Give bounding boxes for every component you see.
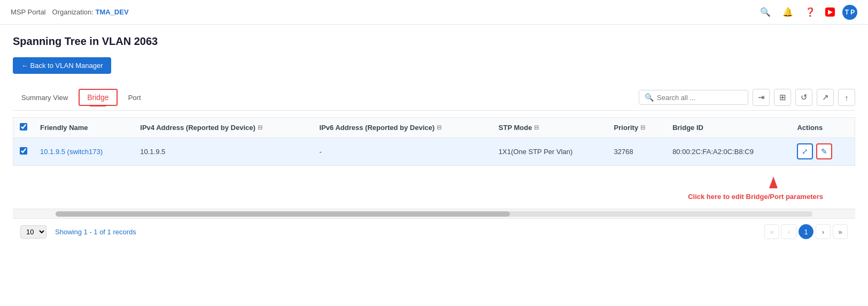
table-row: 10.1.9.5 (switch173) 10.1.9.5 - 1X1(One … <box>13 138 855 165</box>
per-page-selector[interactable]: 10 25 50 <box>20 225 46 239</box>
table-header-row: Friendly Name IPv4 Address (Reported by … <box>13 118 855 138</box>
header-checkbox-col <box>13 118 34 138</box>
data-table: Friendly Name IPv4 Address (Reported by … <box>13 117 855 166</box>
upload-icon-btn[interactable]: ↑ <box>838 89 855 106</box>
row-ipv6: - <box>313 138 492 165</box>
per-page-select[interactable]: 10 25 50 <box>20 225 46 239</box>
filter-icon-ipv4[interactable]: ⊟ <box>258 124 262 131</box>
header-actions: Actions <box>790 118 855 138</box>
search-icon-btn[interactable]: 🔍 <box>758 5 773 20</box>
page-content: Spanning Tree in VLAN 2063 ← Back to VLA… <box>0 25 868 255</box>
row-checkbox[interactable] <box>20 147 27 155</box>
header-ipv6: IPv6 Address (Reported by Device) ⊟ <box>313 118 492 138</box>
filter-icon-priority[interactable]: ⊟ <box>640 124 645 131</box>
row-stp-mode: 1X1(One STP Per Vlan) <box>492 138 608 165</box>
header-bridge-id: Bridge ID <box>666 118 790 138</box>
annotation-arrow <box>769 177 778 188</box>
next-page-btn[interactable]: › <box>816 224 831 239</box>
org-label: Organization: TMA_DEV <box>52 8 129 16</box>
tab-port[interactable]: Port <box>120 88 150 108</box>
header-priority: Priority ⊟ <box>608 118 666 138</box>
top-navigation: MSP Portal Organization: TMA_DEV 🔍 🔔 ❓ ▶… <box>0 0 868 25</box>
scrollbar-thumb[interactable] <box>56 211 510 217</box>
record-count: Showing 1 - 1 of 1 records <box>55 228 136 236</box>
avatar: T P <box>842 5 857 20</box>
last-page-btn[interactable]: » <box>833 224 848 239</box>
toolbar: 🔍 ⇥ ⊞ ↺ ↗ ↑ <box>639 85 855 110</box>
search-input[interactable] <box>657 94 742 102</box>
collapse-icon-btn[interactable]: ⇥ <box>753 89 770 106</box>
export-icon-btn[interactable]: ↗ <box>817 89 834 106</box>
horizontal-scrollbar[interactable] <box>13 209 855 218</box>
help-icon-btn[interactable]: ❓ <box>803 5 818 20</box>
actions-cell: ⤢ ✎ <box>797 143 848 159</box>
bell-icon-btn[interactable]: 🔔 <box>780 5 795 20</box>
expand-action-btn[interactable]: ⤢ <box>797 143 813 159</box>
row-actions: ⤢ ✎ <box>790 138 855 165</box>
prev-page-btn[interactable]: ‹ <box>781 224 796 239</box>
edit-action-btn[interactable]: ✎ <box>816 143 832 159</box>
topnav-left: MSP Portal Organization: TMA_DEV <box>11 8 129 16</box>
row-friendly-name: 10.1.9.5 (switch173) <box>34 138 134 165</box>
row-checkbox-col <box>13 138 34 165</box>
select-all-checkbox[interactable] <box>20 123 27 131</box>
page-title: Spanning Tree in VLAN 2063 <box>13 35 855 48</box>
row-priority: 32768 <box>608 138 666 165</box>
row-bridge-id: 80:00:2C:FA:A2:0C:B8:C9 <box>666 138 790 165</box>
filter-icon-stp[interactable]: ⊟ <box>534 124 539 131</box>
header-stp-mode: STP Mode ⊟ <box>492 118 608 138</box>
header-friendly-name: Friendly Name <box>34 118 134 138</box>
msp-portal-label: MSP Portal <box>11 8 46 16</box>
scrollbar-track <box>56 211 812 217</box>
search-icon: 🔍 <box>645 93 654 102</box>
org-name: TMA_DEV <box>95 8 128 16</box>
pagination-row: 10 25 50 Showing 1 - 1 of 1 records « ‹ … <box>13 218 855 244</box>
row-ipv4: 10.1.9.5 <box>134 138 313 165</box>
tabs-toolbar-row: Summary View Bridge Port 🔍 ⇥ ⊞ ↺ ↗ ↑ <box>13 85 855 111</box>
first-page-btn[interactable]: « <box>764 224 779 239</box>
annotation-area: Click here to edit Bridge/Port parameter… <box>13 166 855 209</box>
filter-icon-ipv6[interactable]: ⊟ <box>437 124 441 131</box>
tab-bridge[interactable]: Bridge <box>79 89 117 106</box>
header-ipv4: IPv4 Address (Reported by Device) ⊟ <box>134 118 313 138</box>
search-box[interactable]: 🔍 <box>639 90 748 105</box>
tab-group: Summary View Bridge Port <box>13 87 150 108</box>
refresh-icon-btn[interactable]: ↺ <box>795 89 812 106</box>
topnav-right: 🔍 🔔 ❓ ▶ T P <box>758 5 857 20</box>
annotation-text: Click here to edit Bridge/Port parameter… <box>688 193 823 201</box>
back-to-vlan-button[interactable]: ← Back to VLAN Manager <box>13 57 111 74</box>
current-page-btn[interactable]: 1 <box>799 224 813 239</box>
youtube-icon[interactable]: ▶ <box>825 7 835 17</box>
columns-icon-btn[interactable]: ⊞ <box>774 89 791 106</box>
pagination-controls: « ‹ 1 › » <box>764 224 848 239</box>
tab-summary-view[interactable]: Summary View <box>13 88 76 108</box>
